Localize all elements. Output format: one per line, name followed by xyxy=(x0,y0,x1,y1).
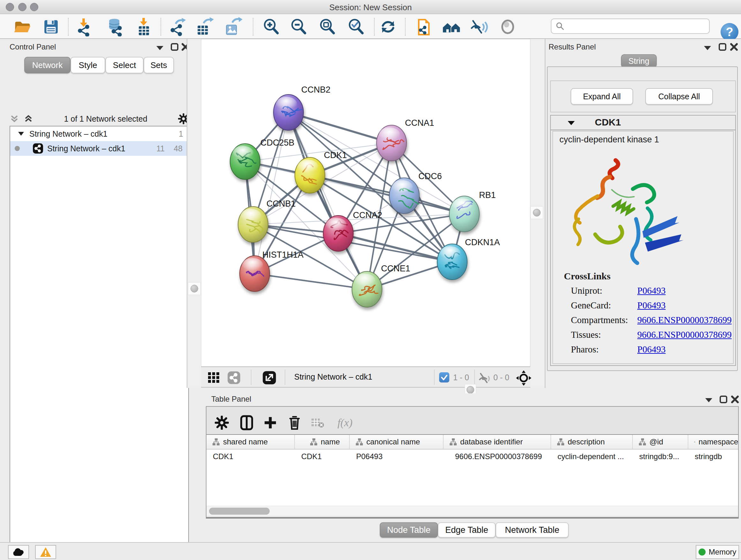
export-image-button[interactable] xyxy=(223,17,243,37)
fit-content-crosshair-icon[interactable] xyxy=(516,370,532,386)
zoom-in-button[interactable] xyxy=(261,17,281,37)
delete-column-button[interactable] xyxy=(285,413,304,432)
tab-network[interactable]: Network xyxy=(24,57,71,73)
column-header[interactable]: namespace xyxy=(688,435,738,449)
table-row[interactable]: CDK1 CDK1 P06493 9606.ENSP00000378699 cy… xyxy=(206,449,738,463)
search-input[interactable] xyxy=(565,22,702,30)
network-graph[interactable]: CCNB2CCNA1CDC25BCDK1CDC6RB1CCNB1CCNA2CDK… xyxy=(201,39,530,366)
zoom-out-button[interactable] xyxy=(288,17,309,37)
tab-sets[interactable]: Sets xyxy=(144,57,174,73)
show-columns-button[interactable] xyxy=(237,413,256,432)
import-table-button[interactable] xyxy=(133,17,154,37)
horizontal-splitter[interactable] xyxy=(201,388,741,393)
tab-network-table[interactable]: Network Table xyxy=(495,522,569,538)
cell-database-identifier[interactable]: 9606.ENSP00000378699 xyxy=(444,449,551,463)
glass-ball-button[interactable] xyxy=(497,17,518,37)
export-table-icon xyxy=(195,17,214,37)
tree-expand-arrow-icon[interactable] xyxy=(18,132,24,136)
import-network-database-button[interactable] xyxy=(105,17,125,37)
graph-node-RB1[interactable]: RB1 xyxy=(449,190,496,232)
tab-select[interactable]: Select xyxy=(105,57,144,73)
collapse-all-button[interactable]: Collapse All xyxy=(645,88,713,105)
expand-all-icon[interactable] xyxy=(23,114,33,124)
table-horizontal-scrollbar[interactable] xyxy=(206,506,738,516)
graph-node-CDKN1A[interactable]: CDKN1A xyxy=(437,238,500,280)
graph-node-CCNA1[interactable]: CCNA1 xyxy=(377,118,434,161)
export-network-button[interactable] xyxy=(168,17,188,37)
selected-nodes-checkbox[interactable] xyxy=(439,372,449,382)
graph-node-CDC25B[interactable]: CDC25B xyxy=(230,138,294,179)
network-collection-row[interactable]: String Network – cdk1 1 xyxy=(10,126,188,141)
cell-name[interactable]: CDK1 xyxy=(295,449,350,463)
crosslink-link[interactable]: P06493 xyxy=(637,300,666,311)
cloud-button[interactable] xyxy=(8,545,29,559)
column-header[interactable]: database identifier xyxy=(444,435,551,449)
memory-button[interactable]: Memory xyxy=(696,545,739,559)
hide-labels-button[interactable] xyxy=(469,17,489,37)
right-splitter[interactable] xyxy=(530,39,545,388)
protein-description: cyclin-dependent kinase 1 xyxy=(559,135,659,145)
table-options-button[interactable] xyxy=(212,413,231,432)
cell-id[interactable]: stringdb:9... xyxy=(633,449,688,463)
panel-maximize-icon[interactable] xyxy=(171,43,179,51)
open-in-window-icon[interactable] xyxy=(262,371,276,385)
collection-count: 1 xyxy=(179,129,183,138)
right-splitter-handle[interactable] xyxy=(530,206,543,219)
panel-float-icon[interactable] xyxy=(156,45,164,51)
crosslink-link[interactable]: 9606.ENSP00000378699 xyxy=(637,329,732,340)
column-label: canonical name xyxy=(366,437,420,446)
graph-node-CDC6[interactable]: CDC6 xyxy=(389,172,442,213)
column-header[interactable]: canonical name xyxy=(350,435,444,449)
scrollbar-thumb[interactable] xyxy=(209,508,270,515)
tab-style[interactable]: Style xyxy=(71,57,105,73)
share-view-icon[interactable] xyxy=(227,371,241,384)
export-table-button[interactable] xyxy=(194,17,214,37)
grid-view-icon[interactable] xyxy=(208,372,221,383)
warnings-button[interactable] xyxy=(35,545,56,559)
panel-maximize-icon[interactable] xyxy=(719,395,728,403)
graph-node-HIST1H1A[interactable]: HIST1H1A xyxy=(240,250,304,292)
panel-close-icon[interactable] xyxy=(731,395,739,403)
column-header[interactable]: shared name xyxy=(206,435,295,449)
panel-close-icon[interactable] xyxy=(730,43,738,51)
cell-namespace[interactable]: stringdb xyxy=(688,449,738,463)
string-home-button[interactable] xyxy=(441,17,462,37)
graph-node-CCNB1[interactable]: CCNB1 xyxy=(238,199,296,242)
cell-description[interactable]: cyclin-dependent ... xyxy=(551,449,633,463)
network-canvas[interactable]: CCNB2CCNA1CDC25BCDK1CDC6RB1CCNB1CCNA2CDK… xyxy=(201,39,530,367)
trash-icon xyxy=(288,415,300,430)
create-column-button[interactable] xyxy=(261,413,280,432)
tab-node-table[interactable]: Node Table xyxy=(380,522,438,538)
left-splitter-handle[interactable] xyxy=(188,282,201,295)
collapse-all-icon[interactable] xyxy=(10,114,19,124)
crosslink-link[interactable]: P06493 xyxy=(637,286,666,296)
cell-canonical-name[interactable]: P06493 xyxy=(350,449,444,463)
section-collapse-arrow-icon[interactable] xyxy=(567,121,575,126)
expand-all-button[interactable]: Expand All xyxy=(570,88,633,105)
crosslink-link[interactable]: 9606.ENSP00000378699 xyxy=(637,315,732,325)
save-session-button[interactable] xyxy=(41,17,61,37)
string-import-button[interactable] xyxy=(414,17,434,37)
graph-node-CCNE1[interactable]: CCNE1 xyxy=(352,264,410,307)
graph-node-CCNB2[interactable]: CCNB2 xyxy=(273,85,331,130)
panel-float-icon[interactable] xyxy=(703,45,712,51)
column-header[interactable]: @id xyxy=(633,435,688,449)
network-row[interactable]: String Network – cdk1 11 48 xyxy=(10,141,188,156)
panel-maximize-icon[interactable] xyxy=(718,43,727,51)
column-header[interactable]: name xyxy=(295,435,350,449)
search-field[interactable] xyxy=(551,18,710,34)
open-session-button[interactable] xyxy=(12,17,32,37)
help-button[interactable]: ? xyxy=(721,23,738,41)
hidden-items-eye-icon[interactable] xyxy=(478,372,491,383)
left-splitter[interactable] xyxy=(187,39,201,388)
refresh-layout-button[interactable] xyxy=(378,17,398,37)
zoom-selected-button[interactable] xyxy=(346,17,366,37)
column-header[interactable]: description xyxy=(551,435,633,449)
panel-float-icon[interactable] xyxy=(704,397,713,402)
crosslink-link[interactable]: P06493 xyxy=(637,344,666,355)
zoom-fit-button[interactable] xyxy=(317,17,338,37)
import-network-file-button[interactable] xyxy=(73,17,94,37)
tab-edge-table[interactable]: Edge Table xyxy=(438,522,495,538)
tab-string[interactable]: String xyxy=(621,54,657,68)
cell-shared-name[interactable]: CDK1 xyxy=(206,449,295,463)
